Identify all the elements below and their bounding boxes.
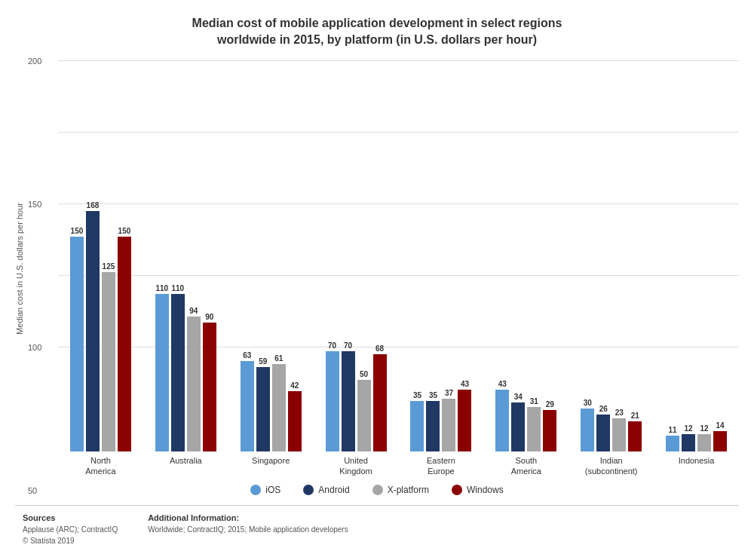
bar-wrap: 31 (527, 397, 541, 451)
bar-wrap: 37 (442, 389, 455, 451)
bar-wrap: 125 (102, 262, 115, 451)
bar-windows (118, 237, 131, 451)
bar-value-label: 150 (71, 227, 84, 235)
bar-wrap: 168 (86, 201, 100, 451)
x-axis-label-2: Singapore (228, 455, 314, 477)
y-axis-label: Median cost in U.S. dollars per hour (15, 203, 24, 335)
bar-ios (241, 361, 254, 451)
bar-wrap: 23 (612, 409, 626, 451)
region-group-5: 43343129 (483, 380, 569, 451)
bar-wrap: 35 (410, 391, 424, 451)
region-group-7: 11121214 (654, 421, 739, 451)
bar-value-label: 70 (328, 341, 336, 350)
x-axis-label-6: Indian(subcontinent) (569, 455, 654, 477)
legend-dot (250, 485, 261, 495)
bar-wrap: 30 (581, 399, 594, 451)
bar-value-label: 110 (171, 284, 184, 292)
bar-wrap: 26 (596, 405, 610, 451)
bar-value-label: 125 (103, 262, 115, 271)
bar-wrap: 34 (511, 393, 525, 451)
bar-windows (543, 410, 556, 451)
bar-value-label: 21 (631, 412, 639, 420)
bar-xplatform (102, 272, 115, 451)
bar-value-label: 94 (189, 307, 198, 315)
x-axis-labels: NorthAmericaAustraliaSingaporeUnitedKing… (58, 455, 739, 477)
bar-ios (581, 409, 594, 451)
region-group-2: 63596142 (228, 351, 314, 451)
legend-label: iOS (265, 485, 280, 495)
bar-windows (373, 354, 387, 451)
bar-value-label: 12 (685, 424, 693, 433)
bar-windows (628, 421, 642, 451)
legend-item-windows: Windows (452, 485, 504, 495)
bar-value-label: 30 (584, 399, 592, 407)
bar-wrap: 110 (171, 284, 185, 451)
bar-value-label: 90 (205, 313, 213, 321)
bar-value-label: 11 (669, 426, 677, 434)
bar-wrap: 11 (666, 426, 679, 451)
bar-wrap: 12 (682, 424, 695, 451)
chart-title: Median cost of mobile application develo… (15, 15, 739, 49)
grid-and-bars: 0501001502001501681251501101109490635961… (28, 60, 739, 451)
bar-wrap: 63 (241, 351, 254, 451)
region-group-0: 150168125150 (58, 201, 143, 451)
bar-android (86, 211, 100, 451)
region-group-1: 1101109490 (143, 284, 228, 451)
bar-wrap: 94 (187, 307, 201, 451)
legend-label: X-platform (388, 485, 429, 495)
bar-value-label: 31 (530, 397, 538, 405)
legend-dot (372, 485, 383, 495)
bar-ios (155, 294, 169, 451)
bar-value-label: 59 (259, 357, 267, 366)
region-group-3: 70705068 (314, 341, 399, 451)
chart-inner: 0501001502001501681251501101109490635961… (28, 60, 739, 477)
bar-wrap: 29 (543, 400, 556, 451)
bar-wrap: 61 (272, 354, 286, 451)
bar-ios (326, 351, 339, 451)
bar-value-label: 12 (700, 424, 709, 433)
region-group-4: 35353743 (399, 380, 484, 451)
bar-xplatform (697, 434, 711, 451)
footer-additional: Additional Information: Worldwide; Contr… (148, 512, 348, 547)
bar-value-label: 150 (118, 227, 131, 235)
bar-wrap: 68 (373, 344, 387, 451)
bar-value-label: 61 (274, 354, 283, 363)
bar-wrap: 110 (155, 284, 169, 451)
x-axis-label-5: SouthAmerica (483, 455, 569, 477)
bar-android (511, 402, 525, 451)
bar-wrap: 70 (326, 341, 339, 451)
legend: iOSAndroidX-platformWindows (15, 485, 739, 495)
bar-wrap: 35 (426, 391, 440, 451)
bar-wrap: 150 (70, 227, 84, 451)
footer: Sources Applause (ARC); ContractIQ© Stat… (15, 505, 739, 553)
bar-value-label: 110 (155, 284, 168, 292)
bar-wrap: 42 (288, 381, 302, 451)
bar-wrap: 43 (495, 380, 509, 451)
bar-xplatform (357, 380, 371, 451)
bar-wrap: 150 (118, 227, 131, 451)
bar-wrap: 90 (203, 313, 216, 451)
bar-xplatform (272, 364, 286, 451)
bar-value-label: 35 (413, 391, 421, 399)
bar-android (256, 367, 270, 451)
legend-item-ios: iOS (250, 485, 280, 495)
bar-xplatform (527, 407, 541, 451)
bar-ios (410, 401, 424, 451)
bar-wrap: 21 (628, 412, 642, 451)
bar-value-label: 34 (514, 393, 523, 401)
bar-value-label: 35 (429, 391, 437, 399)
bar-android (596, 415, 610, 451)
bar-value-label: 26 (599, 405, 608, 413)
x-axis-label-1: Australia (143, 455, 228, 477)
bar-value-label: 68 (375, 344, 384, 353)
region-group-6: 30262321 (569, 399, 654, 451)
bar-value-label: 63 (243, 351, 251, 360)
bar-wrap: 43 (458, 380, 471, 451)
bar-value-label: 37 (445, 389, 453, 397)
bar-wrap: 70 (342, 341, 355, 451)
legend-label: Android (318, 485, 349, 495)
bar-value-label: 29 (546, 400, 554, 409)
bar-windows (288, 391, 302, 451)
bar-wrap: 14 (713, 421, 727, 451)
bar-value-label: 70 (344, 341, 352, 350)
